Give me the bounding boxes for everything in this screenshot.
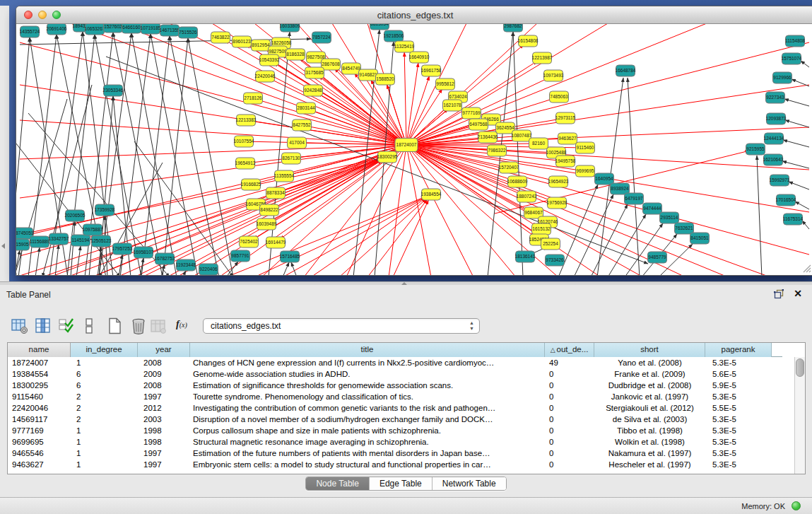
table-cell: 2008	[138, 380, 190, 391]
graph-node-label: 8938924	[611, 186, 629, 191]
delete-table-icon[interactable]	[130, 317, 147, 334]
column-header-short[interactable]: short	[594, 343, 705, 357]
graph-edge	[783, 140, 809, 147]
table-body: 1872400712008Changes of HCN gene express…	[8, 357, 805, 474]
table-row[interactable]: 911546021997Tourette syndrome. Phenomeno…	[8, 391, 805, 402]
network-window-titlebar[interactable]: citations_edges.txt	[16, 6, 812, 24]
graph-node-label: 3175685	[305, 70, 324, 75]
table-cell: 19384554	[8, 368, 71, 380]
table-cell: 0	[545, 436, 594, 448]
float-window-icon[interactable]	[774, 289, 784, 299]
table-row[interactable]: 946554611997Estimation of the future num…	[8, 448, 805, 459]
window-resize-grip[interactable]	[800, 262, 811, 273]
table-cell: Jankovic et al. (1997)	[594, 391, 705, 402]
table-cell: 5.3E-5	[705, 425, 772, 436]
network-window[interactable]: citations_edges.txt 14355724206914061894…	[16, 6, 812, 276]
graph-node-label: 8498222	[260, 207, 278, 212]
graph-edge	[76, 246, 81, 275]
column-chooser-icon[interactable]	[35, 317, 52, 334]
graph-node-label: 9115460	[577, 145, 594, 150]
column-header-in_degree[interactable]: in_degree	[71, 343, 138, 357]
table-cell: 9463627	[8, 459, 71, 470]
graph-node-label: 15720407	[499, 165, 519, 170]
scrollbar-thumb[interactable]	[796, 358, 804, 377]
graph-node-label: 3915905	[16, 242, 29, 247]
table-row[interactable]: 1456911722003Disruption of a novel membe…	[8, 414, 805, 425]
tab-node-table[interactable]: Node Table	[306, 477, 369, 490]
table-cell: 14569117	[8, 414, 71, 425]
column-header-name[interactable]: name	[8, 343, 71, 357]
table-row[interactable]: 946362711997Embryonic stem cells: a mode…	[8, 459, 805, 470]
rows-icon[interactable]	[84, 317, 94, 334]
table-cell: 1997	[138, 459, 190, 470]
graph-node-label: 14355724	[20, 29, 40, 34]
graph-edge	[802, 221, 809, 229]
column-header-title[interactable]: title	[190, 343, 545, 357]
graph-node-label: 12505123	[91, 238, 112, 243]
table-cell: Wolkin et al. (1998)	[594, 436, 705, 448]
close-panel-icon[interactable]: ✕	[794, 288, 802, 299]
collapse-arrow-icon[interactable]	[1, 243, 5, 249]
table-row[interactable]: 969969511998Structural magnetic resonanc…	[8, 436, 805, 448]
network-table-selector[interactable]: citations_edges.txt ▲▼	[203, 318, 480, 334]
graph-node-label: 9242848	[304, 88, 322, 93]
graph-node-label: 11325419	[394, 44, 415, 49]
graph-edge	[801, 61, 809, 67]
graph-edge	[782, 161, 809, 168]
column-header-out_de[interactable]: △out_de...	[545, 343, 594, 357]
table-row[interactable]: 1872400712008Changes of HCN gene express…	[8, 357, 805, 368]
column-header-year[interactable]: year	[138, 343, 190, 357]
graph-edge	[145, 160, 382, 275]
column-header-pagerank[interactable]: pagerank	[705, 343, 772, 357]
graph-node-label: 9684067	[524, 210, 543, 215]
graph-node-label: 9220406	[199, 267, 218, 271]
table-cell: 2009	[138, 368, 190, 380]
graph-edge	[42, 85, 92, 275]
sort-ascending-icon: △	[551, 346, 555, 354]
graph-node-label: 18807243	[517, 194, 537, 199]
graph-node-label: 18745051	[16, 230, 34, 235]
tab-edge-table[interactable]: Edge Table	[369, 477, 432, 490]
graph-node-label: 417004	[289, 140, 305, 145]
table-cell: 0	[545, 414, 594, 425]
memory-status-indicator[interactable]	[792, 501, 801, 510]
row-select-check-icon[interactable]	[58, 317, 75, 334]
table-row[interactable]: 2242004622012Investigating the contribut…	[8, 402, 805, 414]
new-table-icon[interactable]	[106, 317, 123, 334]
graph-node-label: 12973115	[555, 115, 576, 120]
graph-edge	[591, 204, 628, 275]
table-cell: 2	[71, 414, 138, 425]
network-canvas[interactable]: 1435572420691406189435781065326715276026…	[16, 24, 812, 275]
import-table-icon[interactable]	[150, 317, 167, 334]
table-cell: 49	[545, 357, 594, 368]
graph-node-label: 6479197	[625, 196, 643, 201]
application-root: citations_edges.txt 14355724206914061894…	[0, 0, 812, 514]
graph-node-label: 8454749	[342, 66, 360, 71]
table-cell: 1	[71, 357, 138, 368]
graph-node-label: 19654923	[548, 179, 569, 184]
table-cell: Franke et al. (2009)	[594, 368, 705, 380]
function-builder-icon[interactable]: f(x)	[176, 319, 197, 336]
graph-edge	[406, 145, 809, 255]
table-cell: 2	[71, 402, 138, 414]
table-cell: 1	[71, 436, 138, 448]
graph-edge	[757, 156, 762, 275]
graph-node-label: 19654913	[235, 160, 256, 165]
vertical-scrollbar[interactable]	[794, 357, 805, 474]
graph-node-label: 2867608	[322, 62, 340, 66]
memory-status-label: Memory: OK	[741, 502, 785, 510]
graph-edge	[20, 158, 381, 235]
graph-node-label: 2803144	[297, 105, 315, 110]
table-row[interactable]: 1830029562008Estimation of significance …	[8, 380, 805, 391]
table-cell: 9465546	[8, 448, 71, 459]
tab-network-table[interactable]: Network Table	[432, 477, 506, 490]
table-cell: 9115460	[8, 391, 71, 402]
graph-edge	[608, 214, 646, 275]
graph-node-label: 9733426	[546, 257, 564, 262]
table-settings-icon[interactable]	[11, 317, 28, 334]
table-row[interactable]: 1938455462009Genome-wide association stu…	[8, 368, 805, 380]
attribute-table[interactable]: namein_degreeyeartitle△out_de...shortpag…	[7, 342, 806, 474]
table-cell: Stergiakouli et al. (2012)	[594, 402, 705, 414]
table-type-tabs: Node TableEdge TableNetwork Table	[305, 477, 506, 491]
table-row[interactable]: 977716911998Corpus callosum shape and si…	[8, 425, 805, 436]
